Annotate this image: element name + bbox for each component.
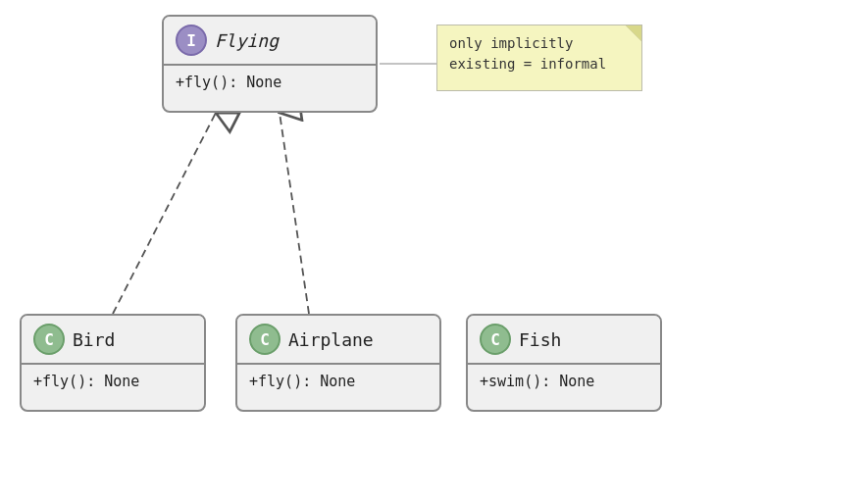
fish-body: +swim(): None [468,365,660,398]
class-airplane: C Airplane +fly(): None [235,314,441,412]
airplane-method: +fly(): None [249,373,355,390]
interface-body: +fly(): None [164,66,376,99]
fish-name: Fish [519,329,561,350]
note-line1: only implicitly [449,33,630,54]
interface-method: +fly(): None [176,74,281,91]
bird-name: Bird [73,329,115,350]
arrows-svg [0,0,868,501]
interface-flying: I Flying +fly(): None [162,15,378,113]
class-bird: C Bird +fly(): None [20,314,206,412]
bird-method: +fly(): None [33,373,139,390]
note-box: only implicitly existing = informal [436,25,642,91]
fish-header: C Fish [468,316,660,365]
fish-class-icon: C [480,324,511,355]
bird-class-icon: C [33,324,65,355]
note-line2: existing = informal [449,54,630,75]
airplane-to-flying-arrow [280,113,309,314]
class-fish: C Fish +swim(): None [466,314,662,412]
interface-name: Flying [215,30,279,51]
bird-body: +fly(): None [22,365,204,398]
airplane-class-icon: C [249,324,281,355]
interface-icon: I [176,25,207,56]
airplane-header: C Airplane [237,316,439,365]
diagram: I Flying +fly(): None only implicitly ex… [0,0,868,501]
bird-to-flying-arrow [113,113,216,314]
airplane-body: +fly(): None [237,365,439,398]
fish-method: +swim(): None [480,373,594,390]
interface-header: I Flying [164,17,376,66]
bird-header: C Bird [22,316,204,365]
airplane-name: Airplane [288,329,374,350]
